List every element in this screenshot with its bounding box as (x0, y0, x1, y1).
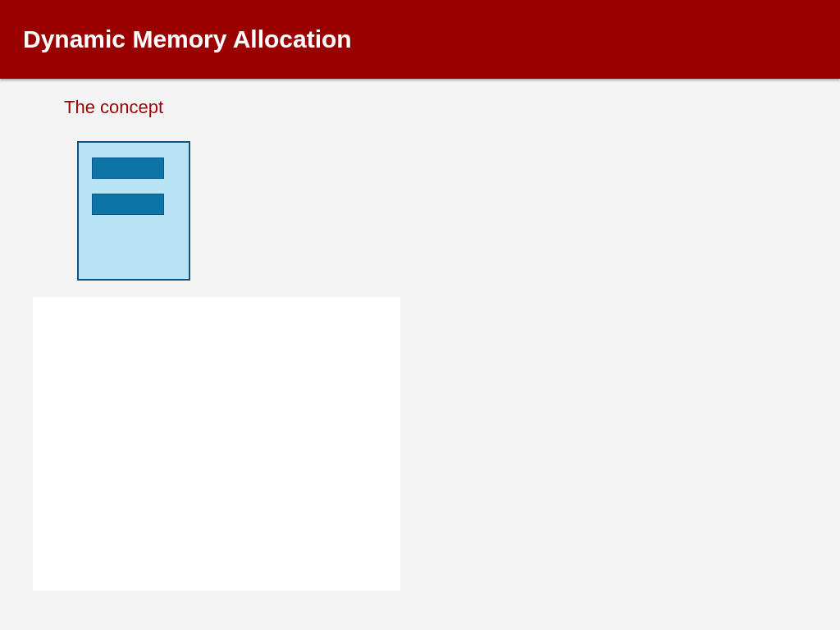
diagram-area (77, 141, 807, 281)
memory-container-box (77, 141, 190, 281)
memory-slot (92, 194, 164, 215)
slide-header: Dynamic Memory Allocation (0, 0, 840, 79)
memory-slot (92, 158, 164, 179)
slide-title: Dynamic Memory Allocation (23, 25, 352, 53)
code-panel (33, 297, 400, 591)
slide-subtitle: The concept (64, 97, 807, 118)
slide-content: The concept (0, 79, 840, 609)
